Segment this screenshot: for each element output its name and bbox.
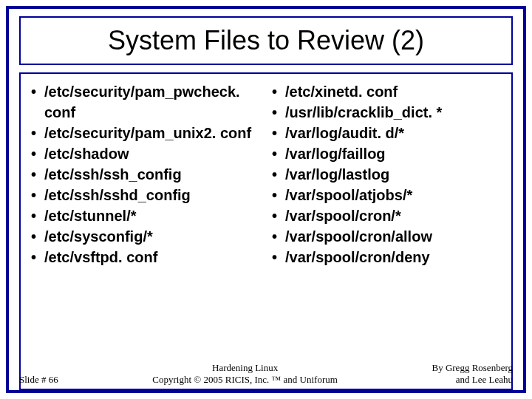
list-item: /etc/ssh/sshd_config	[28, 185, 263, 205]
list-item: /etc/stunnel/*	[28, 205, 263, 226]
list-item: /var/spool/cron/*	[269, 205, 504, 226]
footer-right: By Gregg Rosenberg and Lee Leahu	[432, 362, 513, 386]
list-item: /var/log/lastlog	[269, 164, 504, 185]
slide-frame: System Files to Review (2) /etc/security…	[6, 6, 526, 393]
list-item: /usr/lib/cracklib_dict. *	[269, 102, 504, 123]
footer-right-line1: By Gregg Rosenberg	[432, 362, 513, 374]
title-box: System Files to Review (2)	[19, 16, 513, 65]
right-list: /etc/xinetd. conf /usr/lib/cracklib_dict…	[269, 81, 504, 267]
footer-center-line1: Hardening Linux	[58, 362, 432, 374]
content-box: /etc/security/pam_pwcheck. conf /etc/sec…	[19, 72, 513, 390]
footer: Slide # 66 Hardening Linux Copyright © 2…	[19, 362, 513, 386]
list-item: /etc/shadow	[28, 143, 263, 164]
list-item: /var/spool/cron/allow	[269, 226, 504, 247]
list-item: /etc/security/pam_unix2. conf	[28, 123, 263, 143]
slide-title: System Files to Review (2)	[25, 25, 507, 56]
right-column: /etc/xinetd. conf /usr/lib/cracklib_dict…	[266, 81, 507, 381]
list-item: /var/log/audit. d/*	[269, 123, 504, 143]
list-item: /etc/sysconfig/*	[28, 226, 263, 247]
list-item: /etc/vsftpd. conf	[28, 247, 263, 267]
list-item: /var/spool/atjobs/*	[269, 185, 504, 205]
list-item: /var/log/faillog	[269, 143, 504, 164]
footer-center-line2: Copyright © 2005 RICIS, Inc. ™ and Unifo…	[58, 374, 432, 386]
footer-right-line2: and Lee Leahu	[432, 374, 513, 386]
footer-center: Hardening Linux Copyright © 2005 RICIS, …	[58, 362, 432, 386]
list-item: /etc/ssh/ssh_config	[28, 164, 263, 185]
left-column: /etc/security/pam_pwcheck. conf /etc/sec…	[25, 81, 266, 381]
list-item: /var/spool/cron/deny	[269, 247, 504, 267]
list-item: /etc/xinetd. conf	[269, 81, 504, 102]
list-item: /etc/security/pam_pwcheck. conf	[28, 81, 263, 123]
slide-number: Slide # 66	[19, 374, 58, 386]
left-list: /etc/security/pam_pwcheck. conf /etc/sec…	[28, 81, 263, 267]
